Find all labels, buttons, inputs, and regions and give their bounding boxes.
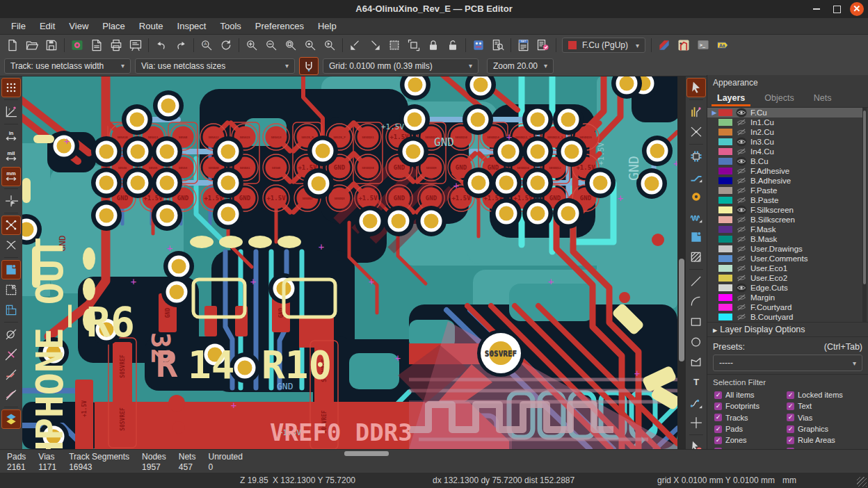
filter-rule-areas[interactable]: ✓Rule Areas: [787, 434, 863, 446]
eye-hidden-icon[interactable]: [736, 312, 747, 322]
maximize-button[interactable]: [830, 2, 844, 16]
close-button[interactable]: ✕: [850, 2, 864, 16]
via-size-select[interactable]: Via: use netclass sizes▾: [135, 58, 295, 74]
filter-tracks[interactable]: ✓Tracks: [714, 412, 787, 423]
rule-area-tool[interactable]: [686, 247, 706, 267]
layer-row-in2.cu[interactable]: In2.Cu: [707, 127, 863, 137]
units-inches[interactable]: in: [1, 127, 21, 146]
layer-list-scrollbar[interactable]: [862, 108, 867, 322]
layer-row-user.eco2[interactable]: User.Eco2: [707, 273, 863, 283]
layer-color-swatch[interactable]: [718, 304, 732, 311]
layer-color-swatch[interactable]: [718, 138, 732, 145]
layer-row-b.mask[interactable]: B.Mask: [707, 234, 863, 244]
pcb-drawing[interactable]: S0SA10S0SA11S0SA8S0SA12S0SA15S0SA13S0SIN…: [22, 76, 677, 449]
zoom-selection[interactable]: [320, 35, 339, 55]
draw-rectangle-tool[interactable]: [686, 312, 706, 332]
delete-tool[interactable]: [686, 437, 706, 449]
unlock-item[interactable]: [443, 35, 463, 55]
menu-tools[interactable]: Tools: [213, 19, 248, 33]
layer-display-options[interactable]: ▸ Layer Display Options: [707, 322, 868, 337]
active-layer-select[interactable]: F.Cu (PgUp)▾: [562, 38, 645, 53]
draw-zone-tool[interactable]: [686, 227, 706, 247]
zoom-in[interactable]: [242, 35, 262, 55]
filter-vias[interactable]: ✓Vias: [787, 412, 863, 423]
new-board[interactable]: [3, 35, 22, 55]
layer-color-swatch[interactable]: [718, 294, 732, 301]
draw-spline-tool[interactable]: [686, 393, 706, 412]
eye-hidden-icon[interactable]: [736, 195, 747, 205]
menu-place[interactable]: Place: [95, 19, 132, 33]
layer-color-swatch[interactable]: [718, 197, 732, 204]
layer-color-swatch[interactable]: [718, 109, 732, 116]
layer-pairs[interactable]: [654, 35, 674, 55]
open-board[interactable]: [22, 35, 42, 55]
redo[interactable]: [171, 35, 191, 55]
checkbox[interactable]: ✓: [714, 402, 722, 410]
eye-visible-icon[interactable]: [736, 108, 747, 117]
eye-hidden-icon[interactable]: [736, 244, 747, 254]
tab-objects[interactable]: Objects: [755, 90, 803, 106]
zone-outline-mode[interactable]: [1, 280, 21, 300]
vias-outline-mode[interactable]: [1, 345, 21, 364]
units-mils[interactable]: mil: [1, 147, 21, 166]
layer-row-edge.cuts[interactable]: Edge.Cuts: [707, 283, 863, 293]
rotate-cw[interactable]: [365, 35, 385, 55]
cursor-shape[interactable]: [1, 191, 21, 211]
eye-hidden-icon[interactable]: [736, 273, 747, 283]
menu-inspect[interactable]: Inspect: [170, 19, 214, 33]
layer-color-swatch[interactable]: [718, 236, 732, 243]
layer-row-b.paste[interactable]: B.Paste: [707, 195, 863, 205]
select-tool[interactable]: [686, 78, 706, 97]
zoom-select[interactable]: Zoom 20.00▾: [487, 58, 554, 74]
checkbox[interactable]: ✓: [787, 402, 794, 410]
eye-hidden-icon[interactable]: [736, 263, 747, 273]
layer-color-swatch[interactable]: [718, 129, 732, 136]
layer-color-swatch[interactable]: [718, 284, 732, 291]
show-netlist[interactable]: NET: [514, 35, 533, 55]
eye-hidden-icon[interactable]: [736, 117, 747, 127]
checkbox[interactable]: ✓: [714, 414, 722, 421]
menu-route[interactable]: Route: [132, 19, 170, 33]
layer-color-swatch[interactable]: [718, 187, 732, 194]
layer-color-swatch[interactable]: [718, 148, 732, 155]
print[interactable]: [106, 35, 126, 55]
minimize-button[interactable]: [810, 2, 823, 16]
ratsnest-visibility[interactable]: [1, 215, 21, 235]
layer-row-user.comments[interactable]: User.Comments: [707, 254, 863, 263]
zone-fill-mode[interactable]: [1, 260, 21, 279]
curved-tracks-mode[interactable]: [1, 385, 21, 405]
eye-hidden-icon[interactable]: [736, 234, 747, 244]
layer-row-in1.cu[interactable]: In1.Cu: [707, 117, 863, 127]
draw-polygon-tool[interactable]: [686, 352, 706, 372]
filter-pads[interactable]: ✓Pads: [714, 423, 787, 434]
track-width-select[interactable]: Track: use netclass width▾: [4, 58, 131, 74]
layer-row-user.eco1[interactable]: User.Eco1: [707, 263, 863, 273]
layer-color-swatch[interactable]: [718, 255, 732, 262]
layer-color-swatch[interactable]: [718, 314, 732, 320]
presets-select[interactable]: ----- ▾: [713, 355, 862, 371]
scripting-console[interactable]: >_: [693, 35, 713, 55]
eye-hidden-icon[interactable]: [736, 225, 747, 234]
menu-edit[interactable]: Edit: [33, 19, 62, 33]
layer-row-f.mask[interactable]: F.Mask: [707, 225, 863, 234]
layer-row-in4.cu[interactable]: In4.Cu: [707, 147, 863, 156]
draw-circle-tool[interactable]: [686, 332, 706, 352]
filter-zones[interactable]: ✓Zones: [714, 434, 787, 446]
eye-hidden-icon[interactable]: [736, 215, 747, 225]
layer-row-user.drawings[interactable]: User.Drawings: [707, 244, 863, 254]
zoom-objects[interactable]: [300, 35, 320, 55]
eye-hidden-icon[interactable]: [736, 186, 747, 195]
scrollbar-thumb[interactable]: [863, 111, 866, 284]
eye-visible-icon[interactable]: [736, 283, 747, 293]
page-settings[interactable]: [87, 35, 106, 55]
group-items[interactable]: [385, 35, 404, 55]
lock-item[interactable]: [424, 35, 443, 55]
route-tracks-tool[interactable]: [686, 167, 706, 186]
checkbox[interactable]: ✓: [787, 425, 794, 433]
pcb-canvas[interactable]: S0SA10S0SA11S0SA8S0SA12S0SA15S0SA13S0SIN…: [22, 76, 677, 449]
eye-hidden-icon[interactable]: [736, 176, 747, 186]
eye-visible-icon[interactable]: [736, 205, 747, 215]
filter-graphics[interactable]: ✓Graphics: [787, 423, 863, 434]
place-via-tool[interactable]: [686, 187, 706, 206]
rotate-ccw[interactable]: [346, 35, 365, 55]
